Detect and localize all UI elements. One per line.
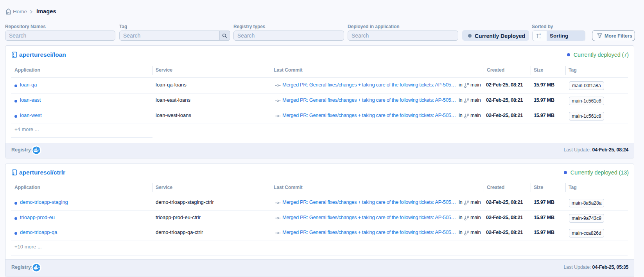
svg-text:A: A [539,33,541,36]
svg-text:z: z [539,36,540,39]
